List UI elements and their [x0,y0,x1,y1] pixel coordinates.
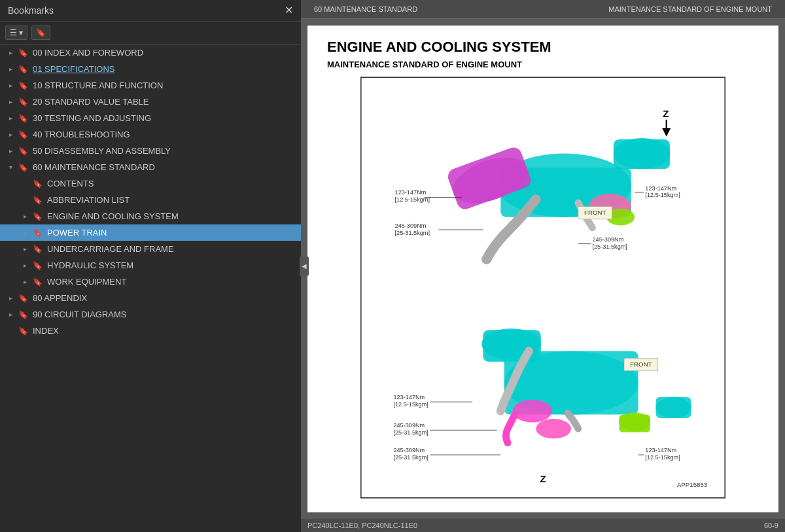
svg-point-34 [536,419,571,438]
svg-text:245-309Nm: 245-309Nm [393,447,425,453]
tree-item-label: 60 MAINTENANCE STANDARD [33,162,296,172]
tree-item-60[interactable]: ▾🔖60 MAINTENANCE STANDARD [0,159,301,175]
bookmark-icon: 🔖 [31,179,43,188]
svg-text:123-147Nm: 123-147Nm [395,189,427,196]
svg-text:[25-31.5kgm]: [25-31.5kgm] [393,454,428,461]
tree-item-01[interactable]: ▸🔖01 SPECIFICATIONS [0,61,301,77]
svg-text:[12.5-15kgm]: [12.5-15kgm] [645,454,680,461]
doc-header-left: 60 MAINTENANCE STANDARD [314,5,417,13]
bookmark-icon: 🔖 [31,245,43,254]
tree-item-label: 01 SPECIFICATIONS [33,64,296,74]
tree-item-label: 30 TESTING AND ADJUSTING [33,113,296,123]
tree-item-index[interactable]: 🔖INDEX [0,323,301,339]
svg-text:[25-31.5kgm]: [25-31.5kgm] [393,429,428,436]
svg-text:FRONT: FRONT [584,209,606,216]
collapse-panel-handle[interactable]: ◀ [300,257,309,276]
tree-item-60-under[interactable]: ▸🔖UNDERCARRIAGE AND FRAME [0,241,301,257]
expand-arrow: ▸ [20,262,30,269]
svg-text:APP15853: APP15853 [677,481,707,488]
expand-arrow: ▸ [5,147,16,154]
bookmarks-toolbar: ☰ ▾ 🔖 [0,22,301,44]
document-panel: 60 MAINTENANCE STANDARD MAINTENANCE STAN… [301,0,785,532]
svg-text:245-309Nm: 245-309Nm [592,236,623,243]
doc-header-right: MAINTENANCE STANDARD OF ENGINE MOUNT [608,5,772,13]
tree-item-label: CONTENTS [47,179,296,188]
tree-item-label: ENGINE AND COOLING SYSTEM [47,211,296,221]
tree-item-60-hydraulic[interactable]: ▸🔖HYDRAULIC SYSTEM [0,257,301,274]
tree-item-60-engine[interactable]: ▸🔖ENGINE AND COOLING SYSTEM [0,208,301,224]
expand-arrow: ▸ [20,229,30,236]
tree-item-60-work[interactable]: ▸🔖WORK EQUIPMENT [0,274,301,290]
tree-item-60-power[interactable]: ▸🔖POWER TRAIN [0,224,301,241]
document-image-area: Z FRONT 123-147Nm [12.5-15kgm] 245-309Nm… [327,76,759,499]
bookmark-icon: 🔖 [17,98,29,107]
svg-text:[12.5-15kgm]: [12.5-15kgm] [393,401,428,408]
tree-item-80[interactable]: ▸🔖80 APPENDIX [0,290,301,306]
bookmark-icon: 🔖 [31,277,43,287]
engine-diagram: Z FRONT 123-147Nm [12.5-15kgm] 245-309Nm… [327,76,759,499]
bookmark-icon: 🔖 [17,130,29,139]
tree-item-label: 10 STRUCTURE AND FUNCTION [33,80,296,90]
bookmark-icon: 🔖 [17,114,29,123]
tree-item-20[interactable]: ▸🔖20 STANDARD VALUE TABLE [0,94,301,110]
tree-item-30[interactable]: ▸🔖30 TESTING AND ADJUSTING [0,110,301,126]
tree-item-10[interactable]: ▸🔖10 STRUCTURE AND FUNCTION [0,77,301,94]
bookmarks-panel: Bookmarks ✕ ☰ ▾ 🔖 ▸🔖00 INDEX AND FOREWOR… [0,0,301,532]
expand-arrow: ▸ [5,115,16,122]
expand-arrow: ▸ [5,294,16,302]
expand-arrow: ▸ [5,98,16,105]
tree-item-label: POWER TRAIN [47,228,296,238]
bookmark-icon: 🔖 [31,212,43,221]
tree-item-label: HYDRAULIC SYSTEM [47,260,296,270]
expand-arrow: ▸ [20,213,30,220]
document-content: ENGINE AND COOLING SYSTEM MAINTENANCE ST… [307,26,778,512]
doc-footer-left: PC240LC-11E0, PC240NLC-11E0 [307,522,417,529]
bookmark-icon: 🔖 [17,81,29,90]
bookmark-icon: 🔖 [17,294,29,303]
tree-item-00[interactable]: ▸🔖00 INDEX AND FOREWORD [0,44,301,61]
bookmark-icon: 🔖 [31,196,43,205]
tree-item-label: 40 TROUBLESHOOTING [33,130,296,139]
expand-arrow: ▸ [5,65,16,73]
svg-point-33 [656,397,691,418]
svg-text:[25-31.5kgm]: [25-31.5kgm] [395,230,430,236]
close-button[interactable]: ✕ [285,5,293,16]
svg-text:123-147Nm: 123-147Nm [645,185,676,192]
bookmarks-header: Bookmarks ✕ [0,0,301,22]
expand-arrow: ▸ [5,49,16,56]
tree-item-label: UNDERCARRIAGE AND FRAME [47,244,296,254]
svg-text:Z: Z [540,473,546,484]
tree-item-40[interactable]: ▸🔖40 TROUBLESHOOTING [0,126,301,143]
tree-item-label: 00 INDEX AND FOREWORD [33,48,296,58]
tree-item-60-abbrev[interactable]: 🔖ABBREVIATION LIST [0,192,301,208]
bookmark-icon: 🔖 [31,228,43,238]
svg-text:FRONT: FRONT [630,361,652,368]
document-header: 60 MAINTENANCE STANDARD MAINTENANCE STAN… [301,0,785,19]
svg-text:123-147Nm: 123-147Nm [645,447,676,453]
bookmark-icon: 🔖 [17,147,29,156]
svg-text:245-309Nm: 245-309Nm [393,422,425,429]
bookmark-icon: 🔖 [17,48,29,58]
expand-arrow: ▸ [5,131,16,138]
tree-item-90[interactable]: ▸🔖90 CIRCUIT DIAGRAMS [0,306,301,323]
tree-item-50[interactable]: ▸🔖50 DISASSEMBLY AND ASSEMBLY [0,143,301,159]
svg-rect-31 [619,415,650,433]
options-button[interactable]: ☰ ▾ [5,26,27,40]
svg-text:123-147Nm: 123-147Nm [393,394,425,400]
expand-arrow: ▸ [20,245,30,253]
svg-text:[25-31.5kgm]: [25-31.5kgm] [592,243,627,250]
expand-arrow: ▸ [20,278,30,285]
svg-text:[12.5-15kgm]: [12.5-15kgm] [645,192,680,198]
svg-rect-28 [483,330,540,362]
bookmark-button[interactable]: 🔖 [31,26,50,40]
tree-item-label: 90 CIRCUIT DIAGRAMS [33,310,296,319]
tree-item-label: 80 APPENDIX [33,293,296,303]
document-sub-title: MAINTENANCE STANDARD OF ENGINE MOUNT [327,60,759,69]
tree-item-60-contents[interactable]: 🔖CONTENTS [0,175,301,192]
expand-arrow: ▸ [5,311,16,318]
bookmarks-tree: ▸🔖00 INDEX AND FOREWORD▸🔖01 SPECIFICATIO… [0,44,301,532]
tree-item-label: ABBREVIATION LIST [47,195,296,205]
bookmarks-title: Bookmarks [8,5,54,16]
svg-text:Z: Z [663,108,669,119]
document-footer: PC240LC-11E0, PC240NLC-11E0 60-9 [301,519,785,532]
